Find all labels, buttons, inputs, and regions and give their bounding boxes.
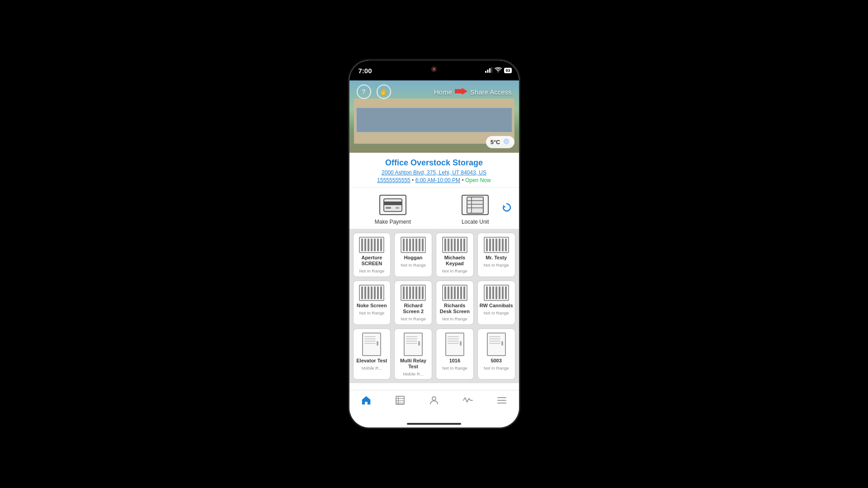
home-tab-icon [361,395,372,408]
location-hours: 15555555555 • 6:00 AM-10:00 PM • Open No… [357,177,512,183]
svg-rect-2 [489,68,491,73]
help-button[interactable]: ? [357,84,371,99]
device-card-1016[interactable]: 1016 Not In Range [436,328,474,380]
status-bar: 7:00 93 [349,61,519,80]
signal-icon [485,67,492,74]
svg-marker-15 [503,205,506,207]
temperature-badge: 5°C [486,136,514,148]
svg-rect-8 [386,207,391,209]
device-card-5003[interactable]: 5003 Not In Range [477,328,515,380]
activity-tab-icon [462,395,473,408]
svg-rect-1 [487,70,489,73]
device-card-rw[interactable]: RW Cannibals Not In Range [477,281,515,325]
action-buttons: Make Payment Locate Unit [349,188,519,229]
svg-rect-7 [384,202,402,205]
device-status-5003: Not In Range [484,366,509,371]
device-name-mrtesty: Mr. Testy [486,255,507,261]
door-icon-1016 [445,333,464,356]
location-info: Office Overstock Storage 2000 Ashton Blv… [349,153,519,188]
status-icons: 93 [485,67,511,74]
device-name-richard2: Richard Screen 2 [396,303,430,314]
gate-icon-mrtesty [484,237,509,253]
device-card-richards-desk[interactable]: Richards Desk Screen Not In Range [436,281,474,325]
nav-arrow-icon [455,87,467,97]
svg-rect-3 [491,67,493,73]
tab-activity[interactable] [454,395,481,408]
device-status-hoggan: Not In Range [401,263,426,267]
tab-more[interactable] [488,395,515,408]
door-icon-5003 [487,333,506,356]
tab-bar [349,390,519,427]
gate-icon-noke [359,285,384,301]
locate-unit-button[interactable]: Locate Unit [441,195,510,225]
device-card-aperture[interactable]: Aperture SCREEN Not In Range [353,233,391,277]
gate-icon-aperture [359,237,384,253]
svg-rect-9 [396,207,399,209]
camera-dot [431,66,437,72]
wifi-icon [495,67,502,74]
device-status-michaels: Not In Range [442,268,467,273]
gate-icon-richard2 [401,285,426,301]
account-tab-icon [429,395,439,408]
gate-icon-michaels [442,237,467,253]
gate-icon-rw [484,285,509,301]
device-name-noke: Noke Screen [357,303,387,309]
nav-bar: ? ✋ Home Share Access [349,80,519,103]
device-name-5003: 5003 [491,358,501,364]
nav-breadcrumb: Home Share Access [434,87,512,97]
temperature-value: 5°C [491,139,500,145]
status-notch [405,62,463,76]
battery-badge: 93 [504,68,511,73]
tab-account[interactable] [420,395,448,408]
share-access-nav-label[interactable]: Share Access [470,88,512,96]
device-card-mrtesty[interactable]: Mr. Testy Not In Range [477,233,515,277]
weather-icon [503,138,510,146]
svg-point-21 [432,397,436,400]
action-row: Make Payment Locate Unit [349,188,519,229]
payment-icon [379,195,406,215]
device-name-hoggan: Hoggan [404,255,423,261]
door-icon-multirelay [404,333,423,356]
device-card-multirelay[interactable]: Multi Relay Test Mobile R... [394,328,432,380]
svg-marker-4 [455,88,467,95]
device-status-multirelay: Mobile R... [403,371,423,376]
device-status-rw: Not In Range [484,310,509,315]
device-card-richard2[interactable]: Richard Screen 2 Not In Range [394,281,432,325]
device-status-richards-desk: Not In Range [442,316,467,321]
device-status-richard2: Not In Range [401,316,426,321]
location-phone[interactable]: 15555555555 [377,177,410,183]
device-card-noke[interactable]: Noke Screen Not In Range [353,281,391,325]
device-name-multirelay: Multi Relay Test [396,358,430,370]
svg-rect-10 [467,197,483,213]
location-image: ? ✋ Home Share Access [349,80,519,153]
device-card-hoggan[interactable]: Hoggan Not In Range [394,233,432,277]
tab-home[interactable] [353,395,380,408]
locate-icon [462,195,489,215]
status-time: 7:00 [359,67,372,75]
door-icon-elevator [362,333,381,356]
gate-icon-hoggan [401,237,426,253]
device-status-mrtesty: Not In Range [484,263,509,267]
more-tab-icon [496,395,507,408]
units-tab-icon [395,395,406,408]
open-status: Open Now [465,177,491,183]
device-grid: Aperture SCREEN Not In Range Hoggan Not … [349,229,519,383]
locate-unit-label: Locate Unit [462,219,489,225]
device-card-elevator[interactable]: Elevator Test Mobile R... [353,328,391,380]
device-status-noke: Not In Range [359,310,384,315]
make-payment-button[interactable]: Make Payment [359,195,428,225]
separator1: • [412,177,415,183]
gate-icon-richards-desk [442,285,467,301]
tab-units[interactable] [387,395,414,408]
device-name-elevator: Elevator Test [356,358,387,364]
gesture-button[interactable]: ✋ [377,84,391,99]
refresh-button[interactable] [502,202,512,214]
hand-icon: ✋ [380,88,387,95]
location-hours-text[interactable]: 6:00 AM-10:00 PM [415,177,460,183]
device-name-richards-desk: Richards Desk Screen [438,303,472,314]
device-status-1016: Not In Range [442,366,467,371]
device-card-michaels[interactable]: Michaels Keypad Not In Range [436,233,474,277]
location-address[interactable]: 2000 Ashton Blvd, 375, Lehi, UT 84043, U… [357,169,512,176]
scrollable-content: Office Overstock Storage 2000 Ashton Blv… [349,153,519,427]
question-icon: ? [362,88,366,95]
